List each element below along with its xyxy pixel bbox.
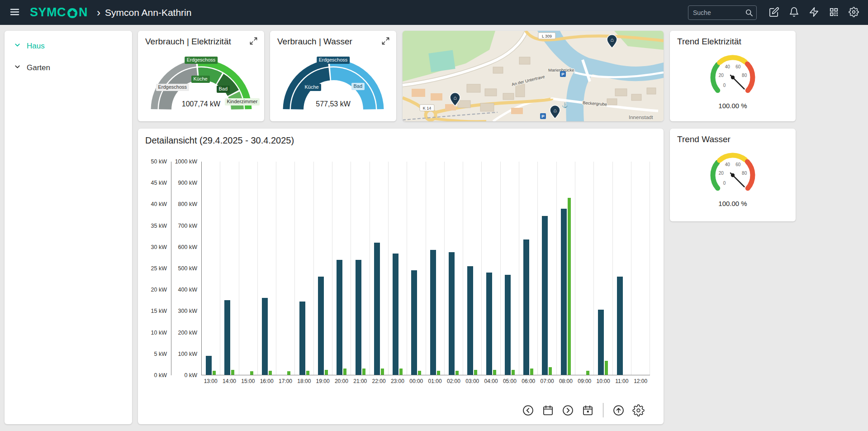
toolbar-divider (603, 403, 603, 417)
calendar-button[interactable] (542, 404, 554, 417)
y-tick: 200 kW (178, 330, 197, 336)
chart-column (314, 162, 332, 375)
gauge-tick-label: 0 (723, 181, 726, 186)
expand-arrows-icon (249, 40, 258, 47)
bar-dark (337, 260, 342, 375)
arrow-right-circle-icon (562, 411, 574, 418)
svg-text:P: P (541, 114, 545, 119)
arrow-up-circle-icon (612, 411, 625, 418)
bar-green (530, 369, 533, 375)
water-donut-chart[interactable]: Erdgeschoss Küche Bad 577,53 kW (275, 48, 392, 115)
energy-button[interactable] (806, 5, 822, 21)
sidebar: Haus Garten (5, 31, 132, 424)
plot-area[interactable] (201, 162, 650, 375)
gauge-canvas: 020406080 (690, 146, 776, 197)
x-tick: 17:00 (276, 375, 294, 387)
previous-period-button[interactable] (522, 404, 534, 417)
gauge-tick-label: 20 (719, 73, 724, 78)
x-tick: 07:00 (538, 375, 556, 387)
hamburger-icon (9, 7, 20, 19)
chart-column (501, 162, 519, 375)
symcon-logo[interactable]: SYMC N (30, 5, 88, 19)
notifications-button[interactable] (786, 5, 802, 21)
bar-green (493, 370, 496, 375)
segment-label-erdgeschoss: Erdgeschoss (156, 84, 190, 91)
settings-button[interactable] (845, 5, 862, 21)
chart-column (631, 162, 650, 375)
card-title: Verbrauch | Elektrizität (138, 31, 264, 48)
segment-label-kueche: Küche (303, 84, 321, 91)
chart-column (575, 162, 594, 375)
map-road-label-k14: K 14 (420, 105, 434, 111)
map-parking-icon: P (560, 71, 566, 77)
y-tick: 50 kW (151, 158, 167, 165)
electricity-donut-chart[interactable]: Erdgeschoss Erdgeschoss Küche Bad Kinder… (142, 48, 260, 115)
arrow-left-circle-icon (522, 411, 534, 418)
calendar-today-button[interactable] (582, 404, 594, 417)
y-tick: 300 kW (178, 308, 197, 314)
bar-green (250, 371, 253, 375)
calendar-day-icon (582, 411, 594, 418)
bar-green (455, 371, 459, 375)
x-tick: 08:00 (556, 375, 575, 387)
y-tick: 20 kW (151, 287, 167, 293)
bar-dark (449, 252, 455, 375)
bar-dark (542, 216, 548, 375)
search-box (688, 5, 757, 20)
gauge-pivot (731, 76, 735, 79)
chart-column (613, 162, 631, 375)
chart-column (519, 162, 538, 375)
expand-button[interactable] (380, 37, 390, 47)
x-tick: 03:00 (463, 375, 482, 387)
bar-green (512, 370, 515, 375)
sidebar-item-garten[interactable]: Garten (5, 57, 132, 79)
x-tick: 06:00 (519, 375, 538, 387)
next-period-button[interactable] (562, 404, 574, 417)
card-detail-view: Detailansicht (29.4.2025 - 30.4.2025) 0 … (138, 129, 664, 424)
x-tick: 00:00 (407, 375, 426, 387)
bar-dark (374, 243, 380, 375)
expand-arrows-icon (381, 40, 390, 47)
y-axis-left: 0 kW5 kW10 kW15 kW20 kW25 kW30 kW35 kW40… (146, 162, 171, 375)
card-map[interactable]: L 309 K 14 Marienbrücke Beckergrube An d… (403, 31, 664, 121)
menu-button[interactable] (6, 5, 23, 21)
x-tick: 05:00 (500, 375, 519, 387)
pencil-square-icon (769, 7, 779, 19)
expand-button[interactable] (248, 37, 258, 47)
x-tick: 14:00 (220, 375, 238, 387)
qr-code-button[interactable] (825, 5, 842, 21)
gauge-tick-label: 60 (735, 64, 741, 69)
segment-label-bad: Bad (217, 86, 230, 93)
logo-house-icon (66, 7, 78, 19)
chart-settings-button[interactable] (632, 404, 645, 417)
y-tick: 5 kW (154, 351, 167, 357)
bar-dark (206, 356, 212, 375)
bar-green (213, 371, 216, 375)
chevron-down-icon (14, 41, 21, 51)
map-sports-field (428, 50, 455, 72)
bar-dark (224, 300, 230, 375)
x-tick: 23:00 (388, 375, 407, 387)
detail-title: Detailansicht (29.4.2025 - 30.4.2025) (138, 129, 664, 146)
chart-column (426, 162, 445, 375)
search-icon[interactable] (745, 8, 754, 17)
gauge-tick-label: 20 (719, 171, 724, 176)
x-tick: 20:00 (332, 375, 351, 387)
map-canvas: L 309 K 14 Marienbrücke Beckergrube An d… (403, 31, 664, 121)
chart-column (295, 162, 313, 375)
edit-button[interactable] (766, 5, 782, 21)
x-tick: 15:00 (239, 375, 257, 387)
sidebar-item-label: Garten (27, 63, 50, 72)
chart-column (351, 162, 370, 375)
sidebar-item-haus[interactable]: Haus (5, 35, 132, 57)
x-tick: 12:00 (631, 375, 650, 387)
gauge-value: 100.00 % (670, 102, 796, 110)
chart-column (594, 162, 612, 375)
y-tick: 0 kW (185, 372, 197, 378)
export-button[interactable] (612, 404, 625, 417)
x-axis: 13:0014:0015:0016:0017:0018:0019:0020:00… (201, 375, 650, 387)
bar-green (549, 367, 552, 375)
card-title: Verbrauch | Wasser (270, 31, 396, 48)
chart-column (370, 162, 389, 375)
gauge-zone (747, 162, 753, 188)
